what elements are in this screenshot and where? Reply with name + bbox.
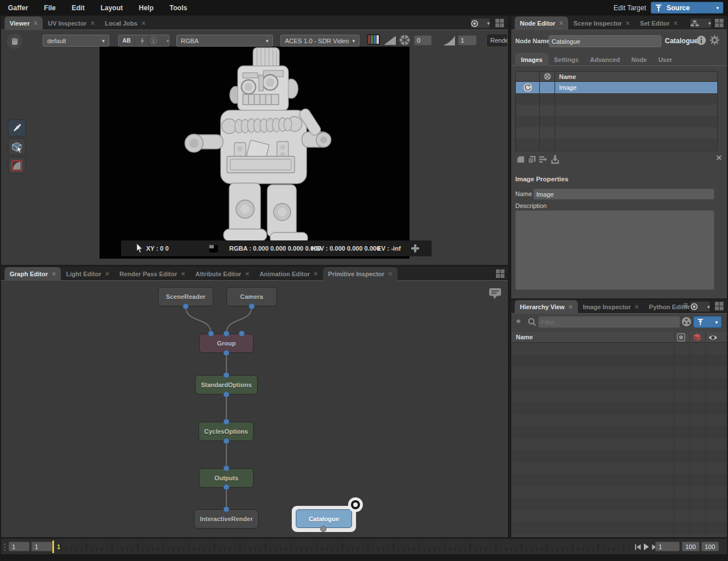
layout-grid-icon[interactable] <box>715 19 723 27</box>
shading-column-icon[interactable] <box>677 333 685 342</box>
compare-image-select[interactable]: 1 ▾ <box>150 35 169 46</box>
close-icon[interactable]: × <box>314 271 318 277</box>
exposure-input[interactable] <box>414 35 432 45</box>
tab-viewer[interactable]: Viewer × <box>5 16 43 30</box>
subtab-node[interactable]: Node <box>626 53 653 65</box>
bookmark-star-icon[interactable]: ★ <box>515 317 522 325</box>
current-frame-input[interactable] <box>655 542 680 551</box>
viewer-settings-button[interactable]: ▾ <box>470 18 490 28</box>
color-picker-tool-button[interactable] <box>8 119 26 136</box>
visibility-column-icon[interactable] <box>708 334 718 341</box>
tab-render-pass-editor[interactable]: Render Pass Editor × <box>114 268 191 280</box>
close-icon[interactable]: × <box>673 20 677 27</box>
wipe-button[interactable] <box>135 35 150 46</box>
node-group[interactable]: Group <box>199 334 254 353</box>
tab-set-editor[interactable]: Set Editor × <box>635 17 682 30</box>
close-icon[interactable]: × <box>34 20 38 27</box>
gear-icon[interactable] <box>709 35 720 45</box>
node-catalogue[interactable]: Catalogue <box>296 509 352 528</box>
render-viewport[interactable] <box>100 47 410 259</box>
drag-grip-icon[interactable] <box>4 543 6 551</box>
close-icon[interactable]: × <box>245 271 249 277</box>
close-icon[interactable]: × <box>105 271 109 277</box>
menu-file[interactable]: File <box>36 4 64 12</box>
display-transform-select[interactable]: ACES 1.0 - SDR Video ▾ <box>280 35 359 47</box>
subtab-advanced[interactable]: Advanced <box>584 53 626 65</box>
duplicate-image-icon[interactable] <box>527 155 536 164</box>
gamma-icon[interactable] <box>443 36 455 45</box>
tab-scene-inspector[interactable]: Scene Inspector × <box>568 17 635 30</box>
tab-image-inspector[interactable]: Image Inspector × <box>578 301 644 313</box>
tab-animation-editor[interactable]: Animation Editor × <box>254 268 323 280</box>
add-image-icon[interactable] <box>516 155 525 164</box>
close-icon[interactable]: × <box>569 304 573 310</box>
menu-icon[interactable]: ≡ <box>683 301 688 311</box>
layout-grid-icon[interactable] <box>495 19 504 27</box>
frame-column-header[interactable] <box>540 72 555 81</box>
import-image-icon[interactable] <box>551 155 559 164</box>
camera-select[interactable]: default ▾ <box>43 35 109 47</box>
name-column-header[interactable]: Name <box>555 72 717 81</box>
menu-help[interactable]: Help <box>131 4 162 12</box>
editor-focus-menu-button[interactable]: ▾ <box>690 18 712 28</box>
skip-to-start-icon[interactable] <box>635 544 641 550</box>
node-standardoptions[interactable]: StandardOptions <box>195 375 258 394</box>
add-readout-icon[interactable] <box>410 243 420 254</box>
close-icon[interactable]: × <box>559 20 563 27</box>
info-icon[interactable] <box>696 35 706 45</box>
image-row-selected[interactable]: Image <box>516 82 717 93</box>
node-name-input[interactable] <box>549 35 661 47</box>
remove-image-icon[interactable]: × <box>716 152 722 164</box>
close-icon[interactable]: × <box>388 271 392 277</box>
crop-window-tool-button[interactable] <box>8 157 26 174</box>
node-interactiverender[interactable]: InteractiveRender <box>194 509 259 529</box>
description-textarea[interactable] <box>515 210 714 290</box>
edit-target-select[interactable]: Source ▾ <box>651 2 723 14</box>
aperture-icon[interactable] <box>399 34 411 46</box>
range-end-soft-input[interactable] <box>682 542 700 551</box>
menu-edit[interactable]: Edit <box>64 4 93 12</box>
node-graph-canvas[interactable]: SceneReader Camera Group StandardOptions… <box>1 281 508 537</box>
close-icon[interactable]: × <box>52 271 56 277</box>
playhead[interactable] <box>52 541 54 553</box>
node-scenereader[interactable]: SceneReader <box>158 287 213 306</box>
node-camera[interactable]: Camera <box>226 287 277 306</box>
editor-focus-menu-button[interactable]: ▾ <box>690 301 710 312</box>
focus-ring-icon[interactable] <box>348 497 363 513</box>
close-icon[interactable]: × <box>90 20 94 27</box>
render-button[interactable]: Render <box>486 34 508 47</box>
tab-hierarchy-view[interactable]: Hierarchy View × <box>515 300 578 314</box>
filter-settings-icon[interactable] <box>681 317 692 327</box>
subtab-user[interactable]: User <box>652 53 677 65</box>
layout-grid-icon[interactable] <box>715 302 723 310</box>
tab-primitive-inspector[interactable]: Primitive Inspector × <box>323 267 398 281</box>
tab-local-jobs[interactable]: Local Jobs × <box>100 17 150 30</box>
menu-gaffer[interactable]: Gaffer <box>0 4 36 12</box>
tab-uv-inspector[interactable]: UV Inspector × <box>43 17 100 30</box>
geometry-column-icon[interactable] <box>693 333 701 342</box>
soloing-channel-icon[interactable] <box>367 34 380 45</box>
range-start-soft-input[interactable] <box>31 542 52 551</box>
tab-attribute-editor[interactable]: Attribute Editor × <box>190 268 254 280</box>
status-column-header[interactable] <box>516 72 540 81</box>
gamma-input[interactable] <box>458 35 477 45</box>
node-cyclesoptions[interactable]: CyclesOptions <box>198 422 254 441</box>
menu-layout[interactable]: Layout <box>93 4 131 12</box>
filter-input[interactable] <box>538 316 680 328</box>
ab-compare-button[interactable]: AB <box>119 35 135 46</box>
name-column-header[interactable]: Name <box>516 334 533 340</box>
layout-grid-icon[interactable] <box>496 269 504 278</box>
tab-node-editor[interactable]: Node Editor × <box>515 16 568 30</box>
menu-tools[interactable]: Tools <box>162 4 195 12</box>
channel-select[interactable]: RGBA ▾ <box>176 35 273 47</box>
tab-light-editor[interactable]: Light Editor × <box>61 268 114 280</box>
image-name-input[interactable] <box>533 189 714 200</box>
subtab-settings[interactable]: Settings <box>548 53 584 65</box>
close-icon[interactable]: × <box>635 304 639 310</box>
clipping-icon[interactable] <box>384 36 396 45</box>
export-image-icon[interactable] <box>539 155 549 164</box>
node-outputs[interactable]: Outputs <box>199 468 254 488</box>
pan-hand-icon[interactable] <box>7 34 22 49</box>
target-mode-button[interactable]: ▾ <box>693 316 722 328</box>
selection-tool-button[interactable] <box>8 138 26 155</box>
